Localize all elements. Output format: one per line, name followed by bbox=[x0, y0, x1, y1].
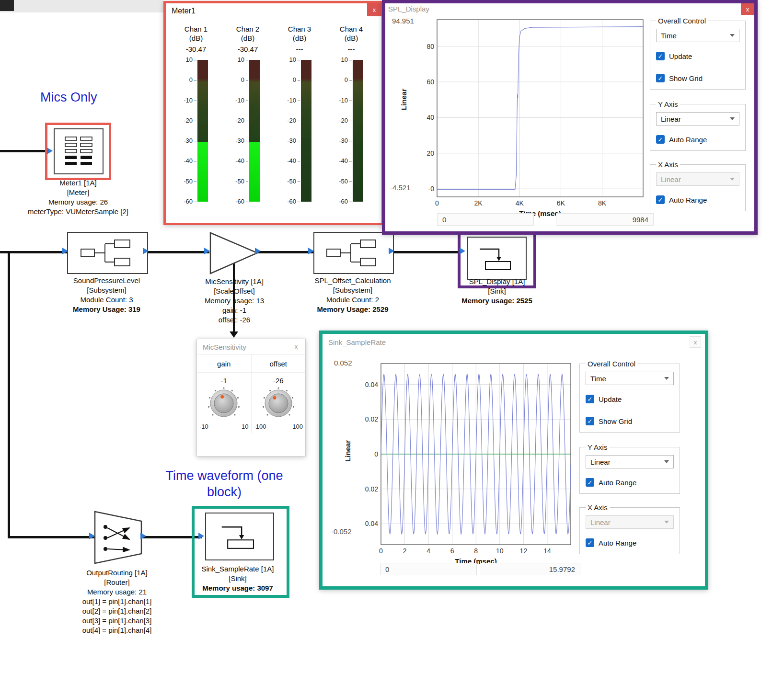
show-grid-checkbox[interactable] bbox=[586, 417, 594, 425]
outputrouting-block[interactable] bbox=[94, 511, 143, 564]
soundpressurelevel-input-pin[interactable] bbox=[62, 248, 68, 254]
micsensitivity-window-titlebar[interactable]: MicSensitivity bbox=[197, 339, 305, 354]
meter-scale-label: -60 bbox=[171, 198, 193, 205]
meter-scale-label: -50 bbox=[171, 178, 193, 185]
meter-scale-label: -50 bbox=[274, 178, 296, 185]
soundpressurelevel-caption: SoundPressureLevel[Subsystem]Module Coun… bbox=[58, 276, 156, 314]
spl-display-block[interactable] bbox=[467, 237, 527, 280]
update-checkbox[interactable] bbox=[586, 395, 594, 403]
spl-chart-plot[interactable]: 02K4K6K8K80604020-0Time (msec) bbox=[415, 17, 649, 222]
meter-bar-background bbox=[301, 60, 311, 202]
domain-select[interactable]: Time bbox=[586, 372, 674, 385]
domain-select-value: Time bbox=[590, 375, 606, 383]
y-auto-range-checkbox[interactable] bbox=[656, 135, 665, 144]
soundpressurelevel-output-pin[interactable] bbox=[143, 248, 149, 254]
meter-tick bbox=[246, 101, 248, 101]
spl-display-window-close-button[interactable]: x bbox=[741, 3, 754, 15]
wire-to-outputrouting[interactable] bbox=[8, 536, 95, 538]
spl-display-window-titlebar[interactable]: SPL_Display bbox=[385, 3, 754, 14]
svg-text:40: 40 bbox=[427, 114, 434, 121]
y-auto-range-checkbox[interactable] bbox=[586, 478, 594, 487]
channel-unit: (dB) bbox=[326, 34, 377, 43]
knob-grid: gain -1 -10 10 offset -26 bbox=[197, 354, 305, 433]
outputrouting-output-pin[interactable] bbox=[140, 533, 146, 539]
meter1-window: Meter1 x Chan 1(dB)-30.47100-10-20-30-40… bbox=[163, 1, 384, 225]
svg-text:0.04: 0.04 bbox=[365, 381, 378, 388]
sink-samplerate-window-close-button[interactable]: x bbox=[690, 336, 701, 348]
gain-knob[interactable] bbox=[206, 386, 242, 421]
wire-branch-vertical[interactable] bbox=[8, 251, 10, 538]
sink-samplerate-window-titlebar[interactable]: Sink_SampleRate bbox=[323, 334, 705, 350]
meter-scale-label: -20 bbox=[326, 117, 348, 125]
meter1-block[interactable] bbox=[54, 128, 104, 174]
outputrouting-input-pin[interactable] bbox=[89, 533, 95, 539]
x-scale-select[interactable]: Linear bbox=[656, 172, 739, 186]
meter1-window-titlebar[interactable]: Meter1 bbox=[166, 3, 381, 19]
update-row[interactable]: Update bbox=[586, 395, 674, 403]
show-grid-row[interactable]: Show Grid bbox=[656, 74, 739, 82]
x-scale-select[interactable]: Linear bbox=[586, 515, 674, 529]
y-axis-title: Linear bbox=[400, 89, 408, 110]
meter-tick bbox=[246, 202, 248, 202]
meter-scale-label: -40 bbox=[326, 157, 348, 165]
micsensitivity-caption: MicSensitivity [1A][ScaleOffset]Memory u… bbox=[192, 277, 277, 325]
meter1-window-close-button[interactable]: x bbox=[367, 3, 381, 16]
meter-tick bbox=[246, 161, 248, 161]
y-scale-select[interactable]: Linear bbox=[656, 112, 739, 125]
show-grid-row[interactable]: Show Grid bbox=[586, 417, 674, 425]
meter-channel: Chan 3(dB)---100-10-20-30-40-50-60 bbox=[274, 24, 325, 202]
micsensitivity-input-pin[interactable] bbox=[204, 248, 210, 254]
x-auto-range-row[interactable]: Auto Range bbox=[656, 195, 739, 204]
meter-tick bbox=[194, 182, 196, 182]
channel-value: -30.47 bbox=[171, 45, 221, 53]
spl-offset-output-pin[interactable] bbox=[389, 248, 394, 254]
y-scale-select[interactable]: Linear bbox=[586, 455, 674, 468]
x-auto-range-checkbox[interactable] bbox=[586, 538, 594, 547]
sine-chart-plot[interactable]: 024681012140.040.0200.020.04Time (msec) bbox=[358, 360, 576, 570]
x-auto-range-row[interactable]: Auto Range bbox=[586, 538, 674, 547]
caption-line: Memory usage: 2525 bbox=[454, 296, 540, 306]
sink-samplerate-input-pin[interactable] bbox=[198, 533, 204, 539]
meter-tick bbox=[194, 161, 196, 161]
wire-to-meter[interactable] bbox=[0, 150, 50, 152]
wire-to-soundpressurelevel[interactable] bbox=[0, 251, 68, 253]
channel-name: Chan 3 bbox=[274, 24, 325, 34]
svg-text:0: 0 bbox=[435, 199, 439, 207]
y-auto-range-row[interactable]: Auto Range bbox=[656, 135, 739, 144]
spl-display-input-pin[interactable] bbox=[460, 248, 465, 254]
meter-tick bbox=[349, 121, 352, 121]
meter-icon bbox=[64, 136, 93, 167]
x-auto-range-checkbox[interactable] bbox=[656, 195, 665, 204]
show-grid-checkbox[interactable] bbox=[656, 74, 665, 82]
offset-knob[interactable] bbox=[261, 386, 296, 421]
sink-samplerate-window-title: Sink_SampleRate bbox=[328, 338, 386, 346]
y-min-readout: -4.521 bbox=[390, 183, 411, 192]
spl-offset-input-pin[interactable] bbox=[308, 248, 314, 254]
domain-select[interactable]: Time bbox=[656, 29, 739, 42]
micsensitivity-window-title: MicSensitivity bbox=[203, 343, 246, 351]
update-checkbox[interactable] bbox=[656, 52, 665, 60]
caption-line: [Sink] bbox=[454, 286, 540, 296]
sink-samplerate-block[interactable] bbox=[205, 513, 274, 560]
svg-text:2: 2 bbox=[403, 547, 407, 555]
meter-bar-background bbox=[353, 60, 363, 202]
meter-tick bbox=[194, 101, 196, 101]
wire-spl-to-micsensitivity[interactable] bbox=[146, 251, 209, 253]
meter-scale-label: 0 bbox=[274, 76, 296, 84]
soundpressurelevel-block[interactable] bbox=[67, 232, 148, 274]
micsensitivity-output-pin[interactable] bbox=[255, 248, 261, 254]
wire-micsensitivity-to-offset[interactable] bbox=[258, 251, 313, 253]
meter1-input-pin[interactable] bbox=[47, 148, 53, 154]
wire-offset-to-spldisplay[interactable] bbox=[392, 251, 461, 253]
svg-text:4: 4 bbox=[427, 547, 430, 555]
micsensitivity-window-close-button[interactable]: x bbox=[291, 341, 301, 352]
micsensitivity-block[interactable] bbox=[209, 232, 259, 275]
svg-text:8K: 8K bbox=[598, 199, 607, 207]
caption-line: Sink_SampleRate [1A] bbox=[193, 564, 283, 574]
meter-scale-label: 10 bbox=[222, 56, 244, 64]
update-row[interactable]: Update bbox=[656, 52, 739, 60]
overall-control-group: Overall Control Time Update Show Grid bbox=[650, 17, 746, 90]
spl-offset-calculation-block[interactable] bbox=[313, 232, 394, 274]
y-auto-range-row[interactable]: Auto Range bbox=[586, 478, 674, 487]
sink-samplerate-caption: Sink_SampleRate [1A][Sink]Memory usage: … bbox=[193, 564, 283, 593]
